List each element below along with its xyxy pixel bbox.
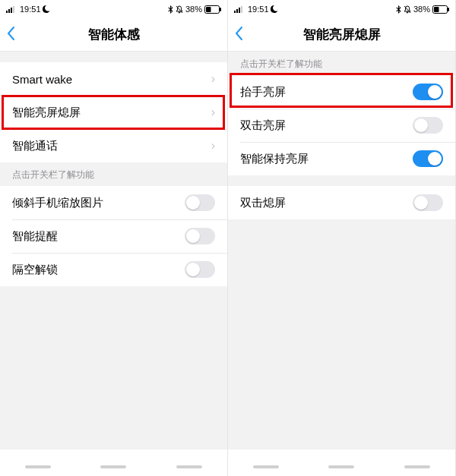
- toggle[interactable]: [185, 194, 215, 211]
- toggle[interactable]: [413, 194, 443, 211]
- row-label: 智能通话: [12, 139, 58, 153]
- nav-back[interactable]: [25, 465, 51, 468]
- row-raise-to-wake[interactable]: 抬手亮屏: [228, 75, 455, 109]
- svg-rect-2: [11, 8, 12, 13]
- back-button[interactable]: [234, 26, 243, 44]
- row-label: 隔空解锁: [12, 263, 58, 277]
- svg-rect-9: [236, 9, 238, 13]
- toggle[interactable]: [185, 228, 215, 244]
- page-title: 智能亮屏熄屏: [303, 26, 381, 43]
- row-tilt-zoom[interactable]: 倾斜手机缩放图片: [0, 186, 227, 219]
- moon-icon: [43, 5, 50, 13]
- battery-icon: [204, 5, 221, 14]
- svg-rect-7: [206, 7, 211, 12]
- chevron-right-icon: ›: [211, 106, 215, 119]
- back-button[interactable]: [6, 26, 15, 44]
- svg-rect-14: [448, 8, 449, 11]
- svg-rect-0: [6, 11, 8, 13]
- row-label: 双击亮屏: [240, 118, 286, 133]
- row-smart-screen[interactable]: 智能亮屏熄屏 ›: [0, 96, 227, 129]
- battery-percent: 38%: [185, 5, 202, 14]
- nav-home[interactable]: [328, 465, 354, 468]
- toggle[interactable]: [413, 84, 443, 100]
- header: 智能体感: [0, 18, 227, 52]
- toggle[interactable]: [185, 261, 215, 278]
- silent-icon: [176, 5, 183, 14]
- row-label: 倾斜手机缩放图片: [12, 196, 103, 210]
- svg-rect-3: [13, 6, 14, 13]
- row-label: 智能亮屏熄屏: [12, 106, 81, 120]
- bluetooth-icon: [168, 5, 173, 14]
- bluetooth-icon: [396, 5, 401, 14]
- nav-bar: [0, 449, 227, 476]
- status-time: 19:51: [248, 5, 269, 14]
- signal-icon: [6, 5, 15, 13]
- status-time: 19:51: [20, 5, 41, 14]
- svg-rect-6: [220, 8, 221, 11]
- content: Smart wake › 智能亮屏熄屏 › 智能通话 › 点击开关栏了解功能 倾…: [0, 52, 227, 449]
- phone-left: 19:51 38% 智能体感 Smart wake › 智能亮屏熄屏 › 智能通…: [0, 0, 228, 476]
- chevron-right-icon: ›: [211, 139, 215, 153]
- svg-rect-8: [234, 11, 236, 13]
- row-label: 抬手亮屏: [240, 85, 286, 99]
- signal-icon: [234, 5, 243, 13]
- chevron-right-icon: ›: [211, 72, 215, 86]
- row-double-tap-sleep[interactable]: 双击熄屏: [228, 186, 455, 219]
- svg-rect-10: [239, 8, 240, 13]
- toggle[interactable]: [413, 117, 443, 134]
- svg-rect-1: [8, 9, 10, 13]
- nav-recent[interactable]: [176, 465, 202, 468]
- row-smart-keep-on[interactable]: 智能保持亮屏: [228, 142, 455, 175]
- toggle[interactable]: [413, 150, 443, 167]
- battery-percent: 38%: [413, 5, 430, 14]
- status-bar: 19:51 38%: [228, 0, 455, 18]
- row-air-unlock[interactable]: 隔空解锁: [0, 253, 227, 286]
- phone-right: 19:51 38% 智能亮屏熄屏 点击开关栏了解功能 抬手亮屏 双击亮屏 智能保…: [228, 0, 456, 476]
- moon-icon: [271, 5, 278, 13]
- row-label: 智能提醒: [12, 229, 58, 244]
- header: 智能亮屏熄屏: [228, 18, 455, 52]
- nav-recent[interactable]: [404, 465, 430, 468]
- row-smart-wake[interactable]: Smart wake ›: [0, 62, 227, 96]
- svg-rect-15: [434, 7, 439, 12]
- silent-icon: [404, 5, 411, 14]
- battery-icon: [432, 5, 449, 14]
- nav-bar: [228, 449, 455, 476]
- row-smart-remind[interactable]: 智能提醒: [0, 219, 227, 253]
- row-smart-call[interactable]: 智能通话 ›: [0, 129, 227, 162]
- row-double-tap-wake[interactable]: 双击亮屏: [228, 109, 455, 142]
- row-label: 智能保持亮屏: [240, 152, 309, 166]
- content: 点击开关栏了解功能 抬手亮屏 双击亮屏 智能保持亮屏 双击熄屏: [228, 52, 455, 449]
- svg-rect-11: [241, 6, 242, 13]
- nav-back[interactable]: [253, 465, 279, 468]
- status-bar: 19:51 38%: [0, 0, 227, 18]
- row-label: Smart wake: [12, 73, 72, 86]
- page-title: 智能体感: [88, 26, 140, 43]
- nav-home[interactable]: [100, 465, 126, 468]
- row-label: 双击熄屏: [240, 196, 286, 210]
- section-hint: 点击开关栏了解功能: [0, 162, 227, 186]
- section-hint: 点击开关栏了解功能: [228, 52, 455, 75]
